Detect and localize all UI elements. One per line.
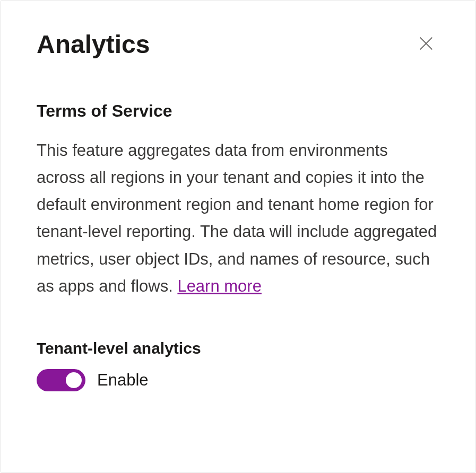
learn-more-link[interactable]: Learn more: [177, 277, 262, 295]
panel-title: Analytics: [37, 30, 150, 59]
toggle-label: Enable: [97, 371, 149, 390]
close-icon: [417, 34, 435, 54]
toggle-row: Enable: [37, 369, 439, 391]
tenant-analytics-toggle[interactable]: [37, 369, 85, 391]
analytics-panel: Analytics Terms of Service This feature …: [0, 0, 476, 473]
terms-body: This feature aggregates data from enviro…: [37, 137, 439, 300]
tenant-analytics-section: Tenant-level analytics Enable: [37, 339, 439, 391]
close-button[interactable]: [413, 30, 439, 58]
toggle-thumb: [66, 372, 82, 388]
panel-header: Analytics: [37, 30, 439, 59]
terms-heading: Terms of Service: [37, 101, 439, 121]
tenant-analytics-heading: Tenant-level analytics: [37, 339, 439, 357]
terms-body-text: This feature aggregates data from enviro…: [37, 141, 437, 295]
